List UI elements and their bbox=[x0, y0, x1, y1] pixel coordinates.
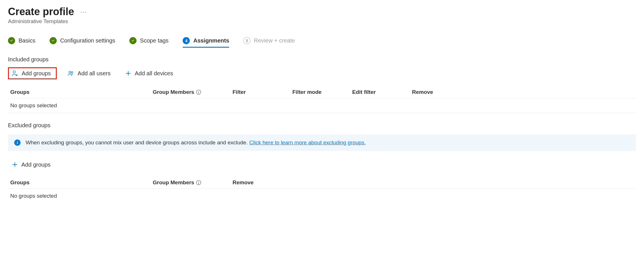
excluded-info-box: i When excluding groups, you cannot mix … bbox=[8, 134, 636, 151]
step-number-icon: 5 bbox=[243, 37, 250, 44]
checkmark-icon bbox=[50, 37, 57, 44]
empty-text: No groups selected bbox=[10, 102, 153, 109]
excluded-groups-heading: Excluded groups bbox=[8, 122, 636, 129]
step-label: Review + create bbox=[254, 37, 295, 44]
included-empty-row: No groups selected bbox=[8, 98, 636, 113]
col-groups: Groups bbox=[10, 89, 153, 95]
col-remove: Remove bbox=[233, 179, 267, 186]
col-label: Group Members bbox=[153, 89, 194, 95]
step-basics[interactable]: Basics bbox=[8, 37, 35, 47]
svg-rect-5 bbox=[198, 92, 199, 94]
add-all-devices-button[interactable]: Add all devices bbox=[121, 68, 177, 79]
svg-point-0 bbox=[13, 71, 15, 73]
step-number-icon: 4 bbox=[183, 37, 190, 44]
info-icon[interactable] bbox=[196, 180, 201, 185]
col-group-members: Group Members bbox=[153, 179, 233, 186]
svg-point-1 bbox=[69, 71, 71, 73]
step-review-create[interactable]: 5 Review + create bbox=[243, 37, 295, 47]
people-icon bbox=[68, 70, 74, 77]
col-filter-mode: Filter mode bbox=[292, 89, 352, 95]
info-icon[interactable] bbox=[196, 90, 201, 95]
svg-rect-8 bbox=[198, 182, 199, 184]
step-configuration-settings[interactable]: Configuration settings bbox=[50, 37, 115, 47]
person-add-icon bbox=[12, 70, 19, 77]
col-edit-filter: Edit filter bbox=[352, 89, 412, 95]
step-assignments[interactable]: 4 Assignments bbox=[183, 37, 229, 47]
info-icon: i bbox=[14, 139, 21, 146]
col-filter: Filter bbox=[233, 89, 292, 95]
info-link[interactable]: Click here to learn more about excluding… bbox=[249, 139, 366, 145]
svg-point-7 bbox=[198, 181, 199, 182]
button-label: Add all users bbox=[78, 70, 111, 77]
included-table-header: Groups Group Members Filter Filter mode … bbox=[8, 86, 636, 98]
checkmark-icon bbox=[129, 37, 136, 44]
plus-icon bbox=[11, 161, 18, 168]
included-groups-heading: Included groups bbox=[8, 56, 636, 63]
col-groups: Groups bbox=[10, 179, 153, 186]
button-label: Add all devices bbox=[135, 70, 173, 77]
checkmark-icon bbox=[8, 37, 15, 44]
button-label: Add groups bbox=[22, 70, 51, 77]
page-title: Create profile bbox=[8, 6, 74, 18]
excluded-table-header: Groups Group Members Remove bbox=[8, 176, 636, 189]
excluded-add-groups-button[interactable]: Add groups bbox=[8, 159, 54, 170]
info-message: When excluding groups, you cannot mix us… bbox=[26, 139, 249, 145]
page-subtitle: Administrative Templates bbox=[8, 18, 636, 25]
more-actions-icon[interactable]: ··· bbox=[79, 7, 88, 16]
step-label: Scope tags bbox=[140, 37, 168, 44]
step-scope-tags[interactable]: Scope tags bbox=[129, 37, 168, 47]
svg-point-4 bbox=[198, 91, 199, 92]
plus-icon bbox=[125, 70, 132, 77]
empty-text: No groups selected bbox=[10, 193, 153, 199]
excluded-empty-row: No groups selected bbox=[8, 189, 636, 203]
button-label: Add groups bbox=[21, 161, 50, 168]
info-text: When excluding groups, you cannot mix us… bbox=[26, 139, 366, 146]
add-groups-button[interactable]: Add groups bbox=[8, 67, 57, 79]
included-actions: Add groups Add all users Add all devices bbox=[8, 67, 636, 79]
step-label: Configuration settings bbox=[60, 37, 115, 44]
svg-point-2 bbox=[71, 72, 73, 73]
col-label: Group Members bbox=[153, 179, 194, 186]
col-remove: Remove bbox=[412, 89, 441, 95]
step-label: Assignments bbox=[193, 37, 229, 44]
wizard-steps: Basics Configuration settings Scope tags… bbox=[8, 37, 636, 47]
col-group-members: Group Members bbox=[153, 89, 233, 95]
add-all-users-button[interactable]: Add all users bbox=[64, 68, 114, 79]
step-label: Basics bbox=[19, 37, 35, 44]
